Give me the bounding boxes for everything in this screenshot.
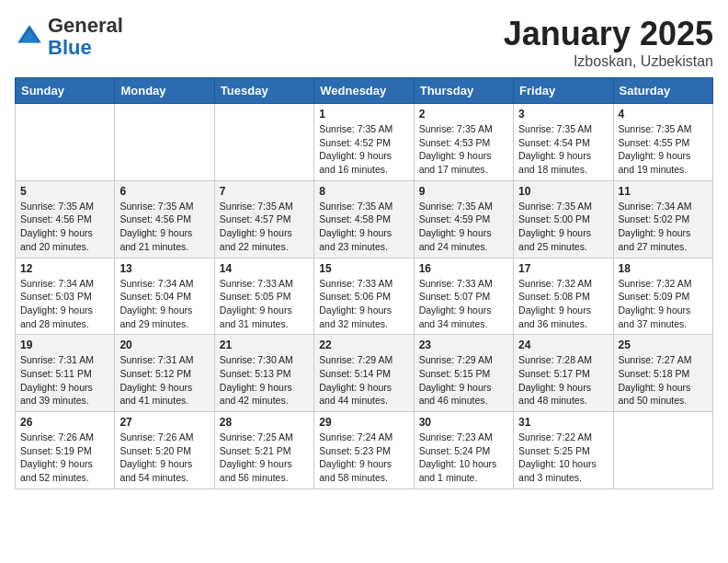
day-number: 5 [20, 185, 109, 198]
calendar-day-11: 11Sunrise: 7:34 AM Sunset: 5:02 PM Dayli… [613, 180, 712, 258]
day-number: 3 [518, 108, 608, 121]
day-number: 29 [319, 416, 408, 429]
day-number: 21 [220, 339, 309, 351]
day-number: 27 [119, 416, 209, 429]
day-info: Sunrise: 7:30 AM Sunset: 5:13 PM Dayligh… [220, 353, 309, 408]
day-number: 11 [619, 185, 708, 198]
calendar-day-16: 16Sunrise: 7:33 AM Sunset: 5:07 PM Dayli… [414, 258, 513, 335]
month-title: January 2025 [504, 15, 713, 53]
day-number: 16 [419, 262, 508, 275]
page-header: General Blue January 2025 Izboskan, Uzbe… [15, 15, 713, 70]
day-info: Sunrise: 7:35 AM Sunset: 4:58 PM Dayligh… [319, 200, 408, 254]
calendar-day-21: 21Sunrise: 7:30 AM Sunset: 5:13 PM Dayli… [214, 335, 313, 412]
day-info: Sunrise: 7:33 AM Sunset: 5:07 PM Dayligh… [419, 277, 508, 331]
calendar-empty-cell [613, 412, 712, 489]
day-info: Sunrise: 7:35 AM Sunset: 5:00 PM Dayligh… [518, 200, 608, 254]
day-info: Sunrise: 7:29 AM Sunset: 5:15 PM Dayligh… [419, 353, 508, 408]
calendar-day-3: 3Sunrise: 7:35 AM Sunset: 4:54 PM Daylig… [514, 104, 613, 181]
day-info: Sunrise: 7:24 AM Sunset: 5:23 PM Dayligh… [319, 431, 408, 485]
day-info: Sunrise: 7:32 AM Sunset: 5:08 PM Dayligh… [518, 277, 608, 331]
logo-general-text: General [48, 14, 123, 37]
day-info: Sunrise: 7:35 AM Sunset: 4:59 PM Dayligh… [419, 200, 508, 254]
day-info: Sunrise: 7:34 AM Sunset: 5:02 PM Dayligh… [619, 200, 708, 254]
calendar-day-6: 6Sunrise: 7:35 AM Sunset: 4:56 PM Daylig… [115, 180, 214, 258]
day-number: 12 [20, 262, 109, 275]
calendar-day-23: 23Sunrise: 7:29 AM Sunset: 5:15 PM Dayli… [414, 335, 513, 412]
calendar-day-9: 9Sunrise: 7:35 AM Sunset: 4:59 PM Daylig… [414, 180, 513, 258]
day-info: Sunrise: 7:33 AM Sunset: 5:06 PM Dayligh… [319, 277, 408, 331]
calendar-day-24: 24Sunrise: 7:28 AM Sunset: 5:17 PM Dayli… [514, 335, 613, 412]
day-number: 23 [419, 339, 508, 351]
day-number: 20 [119, 339, 209, 351]
calendar-week-row: 1Sunrise: 7:35 AM Sunset: 4:52 PM Daylig… [16, 104, 713, 181]
day-info: Sunrise: 7:35 AM Sunset: 4:55 PM Dayligh… [619, 122, 708, 177]
calendar-day-26: 26Sunrise: 7:26 AM Sunset: 5:19 PM Dayli… [16, 412, 115, 489]
calendar-week-row: 12Sunrise: 7:34 AM Sunset: 5:03 PM Dayli… [16, 258, 713, 335]
day-number: 2 [419, 108, 508, 121]
calendar-day-7: 7Sunrise: 7:35 AM Sunset: 4:57 PM Daylig… [214, 180, 313, 258]
day-info: Sunrise: 7:35 AM Sunset: 4:56 PM Dayligh… [20, 200, 109, 254]
day-info: Sunrise: 7:35 AM Sunset: 4:56 PM Dayligh… [119, 200, 209, 254]
calendar-day-14: 14Sunrise: 7:33 AM Sunset: 5:05 PM Dayli… [214, 258, 313, 335]
calendar-day-19: 19Sunrise: 7:31 AM Sunset: 5:11 PM Dayli… [16, 335, 115, 412]
day-info: Sunrise: 7:29 AM Sunset: 5:14 PM Dayligh… [319, 353, 408, 408]
calendar-day-10: 10Sunrise: 7:35 AM Sunset: 5:00 PM Dayli… [514, 180, 613, 258]
calendar-day-4: 4Sunrise: 7:35 AM Sunset: 4:55 PM Daylig… [613, 104, 712, 181]
day-number: 1 [319, 108, 408, 121]
day-number: 24 [518, 339, 608, 351]
weekday-header-friday: Friday [514, 78, 613, 104]
calendar-day-27: 27Sunrise: 7:26 AM Sunset: 5:20 PM Dayli… [115, 412, 214, 489]
day-info: Sunrise: 7:32 AM Sunset: 5:09 PM Dayligh… [619, 277, 708, 331]
calendar-day-18: 18Sunrise: 7:32 AM Sunset: 5:09 PM Dayli… [613, 258, 712, 335]
day-number: 8 [319, 185, 408, 198]
calendar-day-28: 28Sunrise: 7:25 AM Sunset: 5:21 PM Dayli… [214, 412, 313, 489]
day-info: Sunrise: 7:35 AM Sunset: 4:52 PM Dayligh… [319, 122, 408, 177]
calendar-empty-cell [16, 104, 115, 181]
day-info: Sunrise: 7:28 AM Sunset: 5:17 PM Dayligh… [518, 353, 608, 408]
title-block: January 2025 Izboskan, Uzbekistan [504, 15, 713, 70]
calendar-day-20: 20Sunrise: 7:31 AM Sunset: 5:12 PM Dayli… [115, 335, 214, 412]
weekday-header-tuesday: Tuesday [214, 78, 313, 104]
calendar-day-15: 15Sunrise: 7:33 AM Sunset: 5:06 PM Dayli… [314, 258, 414, 335]
day-number: 14 [220, 262, 309, 275]
calendar-day-13: 13Sunrise: 7:34 AM Sunset: 5:04 PM Dayli… [115, 258, 214, 335]
weekday-header-monday: Monday [115, 78, 214, 104]
calendar-day-8: 8Sunrise: 7:35 AM Sunset: 4:58 PM Daylig… [314, 180, 414, 258]
calendar-day-25: 25Sunrise: 7:27 AM Sunset: 5:18 PM Dayli… [613, 335, 712, 412]
day-number: 9 [419, 185, 508, 198]
day-info: Sunrise: 7:35 AM Sunset: 4:57 PM Dayligh… [220, 200, 309, 254]
calendar-empty-cell [214, 104, 313, 181]
day-number: 26 [20, 416, 109, 429]
calendar-week-row: 26Sunrise: 7:26 AM Sunset: 5:19 PM Dayli… [16, 412, 713, 489]
day-number: 7 [220, 185, 309, 198]
day-number: 19 [20, 339, 109, 351]
day-info: Sunrise: 7:34 AM Sunset: 5:04 PM Dayligh… [119, 277, 209, 331]
day-number: 25 [619, 339, 708, 351]
calendar-day-1: 1Sunrise: 7:35 AM Sunset: 4:52 PM Daylig… [314, 104, 414, 181]
calendar-table: SundayMondayTuesdayWednesdayThursdayFrid… [15, 77, 713, 489]
day-info: Sunrise: 7:27 AM Sunset: 5:18 PM Dayligh… [619, 353, 708, 408]
calendar-day-29: 29Sunrise: 7:24 AM Sunset: 5:23 PM Dayli… [314, 412, 414, 489]
day-info: Sunrise: 7:25 AM Sunset: 5:21 PM Dayligh… [220, 431, 309, 485]
calendar-day-22: 22Sunrise: 7:29 AM Sunset: 5:14 PM Dayli… [314, 335, 414, 412]
day-info: Sunrise: 7:26 AM Sunset: 5:19 PM Dayligh… [20, 431, 109, 485]
location-title: Izboskan, Uzbekistan [504, 53, 713, 70]
calendar-day-5: 5Sunrise: 7:35 AM Sunset: 4:56 PM Daylig… [16, 180, 115, 258]
weekday-header-thursday: Thursday [414, 78, 513, 104]
calendar-day-31: 31Sunrise: 7:22 AM Sunset: 5:25 PM Dayli… [514, 412, 613, 489]
day-info: Sunrise: 7:31 AM Sunset: 5:12 PM Dayligh… [119, 353, 209, 408]
day-info: Sunrise: 7:34 AM Sunset: 5:03 PM Dayligh… [20, 277, 109, 331]
day-info: Sunrise: 7:35 AM Sunset: 4:53 PM Dayligh… [419, 122, 508, 177]
day-number: 13 [119, 262, 209, 275]
day-number: 31 [518, 416, 608, 429]
day-number: 18 [619, 262, 708, 275]
day-info: Sunrise: 7:33 AM Sunset: 5:05 PM Dayligh… [220, 277, 309, 331]
weekday-header-row: SundayMondayTuesdayWednesdayThursdayFrid… [16, 78, 713, 104]
day-number: 22 [319, 339, 408, 351]
day-number: 30 [419, 416, 508, 429]
logo: General Blue [15, 15, 123, 59]
day-info: Sunrise: 7:35 AM Sunset: 4:54 PM Dayligh… [518, 122, 608, 177]
day-info: Sunrise: 7:23 AM Sunset: 5:24 PM Dayligh… [419, 431, 508, 485]
calendar-day-30: 30Sunrise: 7:23 AM Sunset: 5:24 PM Dayli… [414, 412, 513, 489]
weekday-header-saturday: Saturday [613, 78, 712, 104]
